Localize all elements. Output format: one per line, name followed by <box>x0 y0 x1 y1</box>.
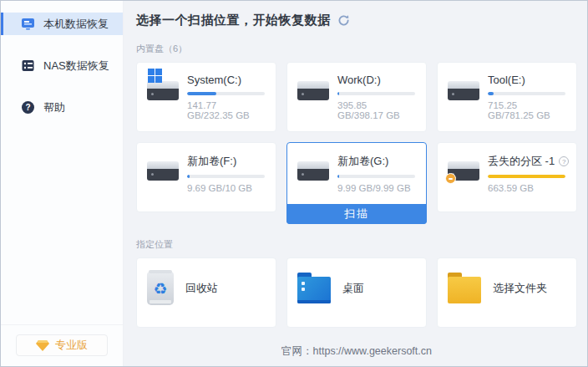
drive-card[interactable]: Tool(E:)715.25 GB/781.25 GB <box>437 62 577 132</box>
drive-card[interactable]: 新加卷(F:)9.69 GB/10 GB <box>136 142 276 212</box>
question-circle-icon[interactable]: ? <box>559 156 569 166</box>
choose-folder-icon <box>448 277 481 303</box>
scan-button[interactable]: 扫描 <box>286 204 427 224</box>
capacity-bar-fill <box>488 92 494 95</box>
nas-recovery-icon <box>21 59 35 73</box>
sidebar: 本机数据恢复NAS数据恢复?帮助 专业版 <box>1 1 124 366</box>
app-window: 本机数据恢复NAS数据恢复?帮助 专业版 选择一个扫描位置，开始恢复数据 内置盘… <box>0 0 588 367</box>
drive-icon-wrap <box>297 74 337 120</box>
drive-name-row: 新加卷(F:) <box>187 154 265 169</box>
drive-name: 新加卷(F:) <box>187 154 236 169</box>
drive-name-row: 新加卷(G:) <box>337 154 415 169</box>
help-icon: ? <box>21 100 35 115</box>
main-panel: 选择一个扫描位置，开始恢复数据 内置盘（6） System(C:)141.77 … <box>124 1 588 366</box>
location-card[interactable]: ♻回收站 <box>136 257 276 328</box>
drive-size: 141.77 GB/232.35 GB <box>187 100 265 120</box>
capacity-bar <box>337 92 415 95</box>
capacity-bar-fill <box>187 175 190 178</box>
refresh-icon[interactable] <box>337 14 350 27</box>
drive-card-inner: 新加卷(F:)9.69 GB/10 GB <box>137 143 276 193</box>
sidebar-footer: 专业版 <box>1 324 123 366</box>
drive-card-inner: 新加卷(G:)9.99 GB/9.99 GB <box>287 143 426 193</box>
drive-card-inner: Work(D:)395.85 GB/398.17 GB <box>287 63 426 120</box>
sidebar-item-nas-recovery[interactable]: NAS数据恢复 <box>1 54 123 77</box>
location-card[interactable]: 桌面 <box>286 257 427 328</box>
drives-section-label: 内置盘（6） <box>136 43 577 55</box>
drive-name-row: 丢失的分区 -1? <box>488 154 565 169</box>
capacity-bar <box>337 175 415 178</box>
drive-name-row: System(C:) <box>187 74 265 86</box>
recycle-bin-icon: ♻ <box>147 272 174 305</box>
capacity-bar <box>488 92 565 95</box>
sidebar-item-label: NAS数据恢复 <box>43 59 109 74</box>
drive-card-inner: Tool(E:)715.25 GB/781.25 GB <box>438 63 576 120</box>
location-label: 选择文件夹 <box>493 281 547 296</box>
drive-info: System(C:)141.77 GB/232.35 GB <box>187 74 265 120</box>
drive-card[interactable]: 丢失的分区 -1?663.59 GB <box>437 142 577 212</box>
pc-recovery-icon <box>21 17 35 31</box>
hard-drive-icon <box>147 81 179 100</box>
drive-name: 新加卷(G:) <box>337 154 388 169</box>
capacity-bar-fill <box>488 175 565 178</box>
hard-drive-icon <box>448 81 479 100</box>
hard-drive-icon <box>448 161 479 181</box>
hard-drive-icon <box>147 161 179 181</box>
drive-size: 395.85 GB/398.17 GB <box>337 100 415 120</box>
warning-badge-icon <box>445 173 456 184</box>
gem-icon <box>36 340 49 351</box>
location-card-inner: ♻回收站 <box>137 258 276 310</box>
capacity-bar <box>187 175 265 178</box>
drive-card[interactable]: 新加卷(G:)9.99 GB/9.99 GB扫描 <box>286 142 427 224</box>
drive-size: 663.59 GB <box>488 183 565 193</box>
svg-text:?: ? <box>25 103 30 112</box>
location-card-inner: 桌面 <box>287 258 426 310</box>
capacity-bar-fill <box>187 92 216 95</box>
drive-name: Work(D:) <box>337 74 381 86</box>
pro-version-button[interactable]: 专业版 <box>16 334 108 356</box>
location-card[interactable]: 选择文件夹 <box>437 257 577 328</box>
sidebar-item-local-recovery[interactable]: 本机数据恢复 <box>1 13 123 35</box>
drive-name-row: Work(D:) <box>337 74 415 86</box>
pro-version-label: 专业版 <box>55 338 88 353</box>
drives-grid: System(C:)141.77 GB/232.35 GBWork(D:)395… <box>136 62 577 224</box>
drive-card-inner: 丢失的分区 -1?663.59 GB <box>438 143 576 193</box>
location-label: 桌面 <box>342 281 364 296</box>
drive-icon-wrap <box>147 74 187 120</box>
drive-info: 新加卷(G:)9.99 GB/9.99 GB <box>337 154 415 193</box>
drive-icon-wrap <box>297 154 337 193</box>
capacity-bar-fill <box>337 92 339 95</box>
desktop-folder-icon <box>297 277 331 303</box>
drive-card-inner: System(C:)141.77 GB/232.35 GB <box>137 63 276 120</box>
capacity-bar-fill <box>337 175 339 178</box>
capacity-bar <box>187 92 265 95</box>
drive-name: Tool(E:) <box>488 74 525 86</box>
locations-grid: ♻回收站桌面选择文件夹 <box>136 257 577 328</box>
title-row: 选择一个扫描位置，开始恢复数据 <box>136 13 577 28</box>
sidebar-item-help[interactable]: ?帮助 <box>1 96 123 119</box>
drive-card[interactable]: Work(D:)395.85 GB/398.17 GB <box>286 62 427 132</box>
locations-section-label: 指定位置 <box>136 238 577 251</box>
drive-info: 新加卷(F:)9.69 GB/10 GB <box>187 154 265 193</box>
sidebar-item-label: 帮助 <box>43 100 65 115</box>
drive-info: Tool(E:)715.25 GB/781.25 GB <box>488 74 565 120</box>
page-title: 选择一个扫描位置，开始恢复数据 <box>136 13 331 28</box>
drive-icon-wrap <box>147 154 187 193</box>
windows-logo-icon <box>148 69 162 83</box>
drive-size: 9.99 GB/9.99 GB <box>337 183 415 193</box>
location-label: 回收站 <box>185 281 218 296</box>
drive-size: 715.25 GB/781.25 GB <box>488 100 565 120</box>
drive-icon-wrap <box>448 154 488 193</box>
capacity-bar <box>488 175 565 178</box>
drive-name: System(C:) <box>187 74 241 86</box>
sidebar-nav: 本机数据恢复NAS数据恢复?帮助 <box>1 13 123 138</box>
sidebar-item-label: 本机数据恢复 <box>43 17 109 32</box>
drive-name-row: Tool(E:) <box>488 74 565 86</box>
drive-info: Work(D:)395.85 GB/398.17 GB <box>337 74 415 120</box>
drive-size: 9.69 GB/10 GB <box>187 183 265 193</box>
location-card-inner: 选择文件夹 <box>438 258 576 310</box>
drive-info: 丢失的分区 -1?663.59 GB <box>488 154 565 193</box>
drive-icon-wrap <box>448 74 488 120</box>
drive-card[interactable]: System(C:)141.77 GB/232.35 GB <box>136 62 276 132</box>
website-footer: 官网：https://www.geekersoft.cn <box>136 344 577 366</box>
hard-drive-icon <box>297 81 329 100</box>
